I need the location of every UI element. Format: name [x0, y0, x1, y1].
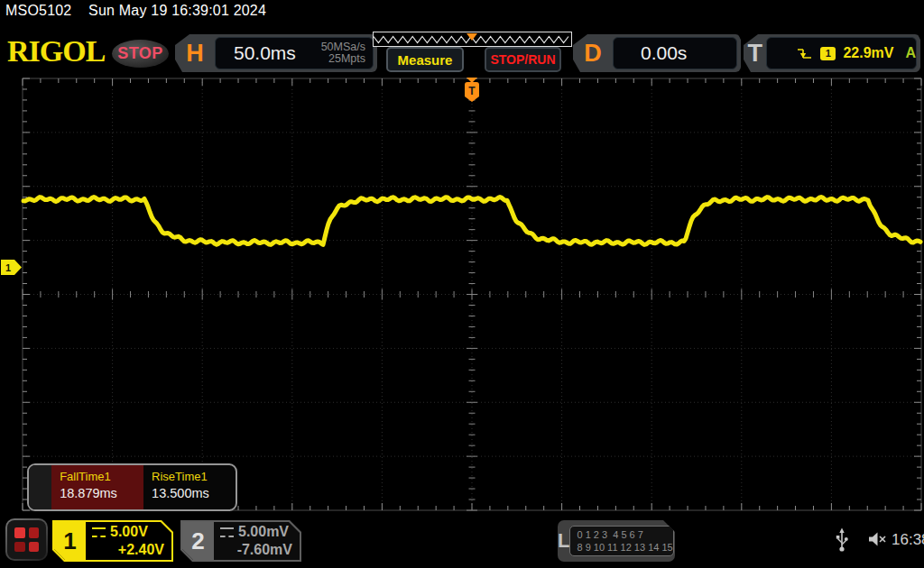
- acquisition-rates: 50MSa/s 25Mpts: [321, 41, 365, 65]
- channel1-block[interactable]: 1 5.00V +2.40V: [52, 520, 173, 562]
- delay-value: 0.00s: [641, 42, 687, 64]
- memory-depth: 25Mpts: [321, 53, 365, 65]
- measurement-panel-handle[interactable]: [29, 465, 51, 509]
- falling-slope-icon: [796, 46, 813, 61]
- channel2-offset: -7.60mV: [220, 541, 292, 559]
- channel2-scale: 5.00mV: [238, 523, 289, 541]
- svg-text:T: T: [468, 85, 476, 97]
- logic-label: L: [558, 529, 569, 553]
- horizontal-settings[interactable]: H 50.0ms 50MSa/s 25Mpts: [175, 34, 377, 72]
- dc-coupling-icon: [92, 527, 106, 537]
- measurement-falltime[interactable]: FallTime1 18.879ms: [51, 465, 143, 509]
- channel2-number: 2: [182, 522, 214, 560]
- channel1-number: 1: [54, 522, 86, 560]
- delay-label: D: [573, 34, 613, 72]
- waveform-position-strip[interactable]: [373, 32, 572, 47]
- horizontal-box: 50.0ms 50MSa/s 25Mpts: [215, 37, 374, 69]
- logic-channel-numbers: 0 1 2 3 4 5 6 7 8 9 10 11 12 13 14 15: [569, 526, 673, 556]
- model-name: MSO5102: [5, 3, 71, 18]
- graticule: [23, 78, 921, 510]
- stop-run-button[interactable]: STOP/RUN: [485, 47, 561, 72]
- titlebar: MSO5102 Sun May 19 16:39:01 2024: [5, 3, 266, 19]
- measure-button[interactable]: Measure: [386, 47, 464, 72]
- measurement-value: 13.500ms: [152, 486, 236, 500]
- svg-text:1: 1: [5, 262, 11, 273]
- trigger-sweep-mode: A: [905, 45, 916, 61]
- ch1-offset-marker[interactable]: 1: [1, 260, 22, 275]
- delay-box: 0.00s: [613, 37, 737, 69]
- trigger-level-value: 22.9mV: [843, 45, 893, 61]
- trigger-settings[interactable]: T 1 22.9mV A: [744, 34, 920, 72]
- run-state-badge: STOP: [112, 40, 169, 68]
- apps-menu-button[interactable]: [5, 518, 48, 561]
- measurement-risetime[interactable]: RiseTime1 13.500ms: [143, 465, 236, 509]
- channel1-scale: 5.00V: [110, 523, 148, 541]
- horizontal-label: H: [175, 34, 215, 72]
- apps-grid-icon: [7, 520, 46, 559]
- measurement-value: 18.879ms: [60, 486, 143, 500]
- trigger-box: 1 22.9mV A: [766, 37, 917, 69]
- measurement-panel: FallTime1 18.879ms RiseTime1 13.500ms: [27, 463, 237, 511]
- clock: 16:38: [892, 531, 924, 549]
- channel1-offset: +2.40V: [92, 541, 164, 559]
- dc-coupling-icon: [220, 527, 234, 537]
- oscilloscope-screen: MSO5102 Sun May 19 16:39:01 2024 RIGOL S…: [0, 0, 924, 568]
- delay-settings[interactable]: D 0.00s: [573, 34, 741, 72]
- trigger-source-badge: 1: [820, 47, 836, 60]
- trigger-position-marker[interactable]: T: [465, 78, 479, 102]
- usb-icon: [836, 527, 848, 553]
- channel2-block[interactable]: 2 5.00mV -7.60mV: [180, 520, 301, 562]
- rigol-logo: RIGOL: [7, 34, 105, 69]
- measurement-label: FallTime1: [60, 470, 143, 483]
- speaker-mute-icon: [868, 531, 888, 547]
- trigger-label: T: [744, 34, 766, 72]
- wavestrip-graphic: [374, 33, 569, 45]
- logic-channels-block[interactable]: L 0 1 2 3 4 5 6 7 8 9 10 11 12 13 14 15: [558, 520, 675, 562]
- waveform-display: T1: [0, 77, 924, 515]
- datetime: Sun May 19 16:39:01 2024: [88, 3, 266, 18]
- measurement-label: RiseTime1: [152, 470, 236, 483]
- timebase-value: 50.0ms: [234, 42, 296, 64]
